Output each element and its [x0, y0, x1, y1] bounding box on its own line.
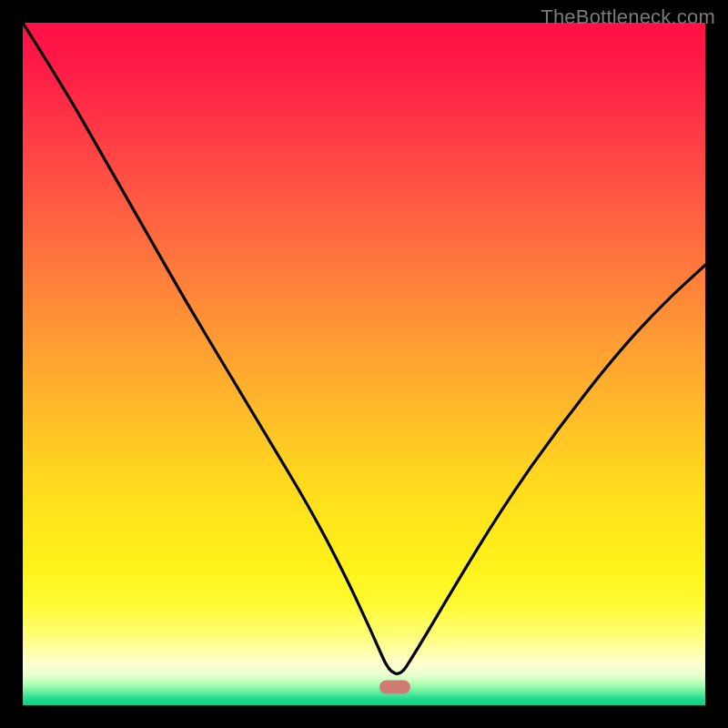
curve-layer: [23, 23, 705, 705]
minimum-marker: [379, 680, 410, 693]
watermark-text: TheBottleneck.com: [541, 5, 715, 29]
chart-frame: TheBottleneck.com: [0, 0, 728, 728]
bottleneck-curve: [23, 23, 705, 673]
plot-area: [23, 23, 705, 705]
